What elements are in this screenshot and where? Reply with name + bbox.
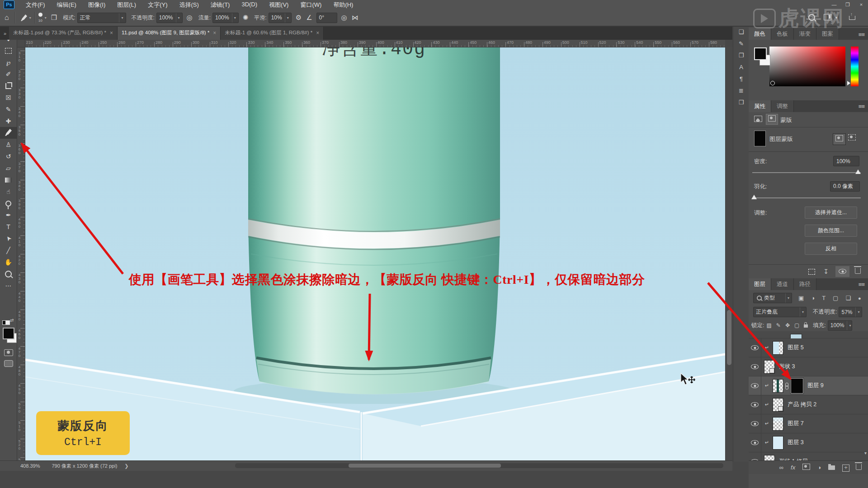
layer-filter-select[interactable]: 类型▾ xyxy=(753,293,792,303)
properties-panel-tab[interactable]: 属性 xyxy=(749,100,771,112)
layer-fill-select[interactable]: 100%▾ xyxy=(828,320,852,331)
document-tab[interactable]: 未标题-1 @ 60.6% (图层 1, RGB/8#) *× xyxy=(221,26,324,40)
brush-preset-icon[interactable] xyxy=(19,12,29,23)
quick-mask-icon[interactable] xyxy=(4,349,13,356)
filter-smart-objects-icon[interactable]: ❏ xyxy=(845,295,851,301)
layer-mask-thumbnail[interactable] xyxy=(791,378,803,394)
canvas[interactable]: 净含量:40g 使用【画笔工具】选择黑色涂抹擦除暗边，【蒙版反向 快捷键：Ctr… xyxy=(25,47,725,460)
menu-item[interactable]: 选择(S) xyxy=(173,1,204,9)
layers-panel-menu-icon[interactable]: ≡≡ xyxy=(859,281,864,288)
hand-tool[interactable]: ✋ xyxy=(0,256,17,268)
foreground-color-swatch[interactable] xyxy=(3,328,14,339)
layer-thumbnail[interactable] xyxy=(773,341,783,355)
default-colors-icon[interactable] xyxy=(2,319,10,327)
layer-style-icon[interactable]: fx xyxy=(791,464,795,471)
new-group-icon[interactable] xyxy=(828,464,835,472)
menu-item[interactable]: 图像(I) xyxy=(82,1,111,9)
horizontal-scrollbar-thumb[interactable] xyxy=(349,464,501,468)
brush-angle-input[interactable]: 0° xyxy=(316,13,337,23)
chevron-down-icon[interactable]: ▾ xyxy=(29,16,31,20)
panel-paragraph[interactable]: ¶ xyxy=(733,73,749,84)
minimize-button[interactable]: — xyxy=(827,0,841,9)
tab-overflow-icon[interactable]: » xyxy=(0,31,9,40)
layer-row[interactable]: ↵图层 3 xyxy=(749,433,868,452)
layer-visibility-toggle[interactable] xyxy=(749,395,761,414)
layer-visibility-toggle[interactable] xyxy=(749,338,761,357)
layer-row[interactable]: 形状 1 拷贝 xyxy=(749,452,868,460)
filter-adjustment-layers-icon[interactable]: ◑ xyxy=(811,295,815,301)
panel-brush-settings[interactable]: ✎ xyxy=(733,38,749,49)
tab-close-icon[interactable]: × xyxy=(110,30,113,36)
lock-image-icon[interactable]: ✎ xyxy=(776,322,781,328)
layer-mask-thumbnail[interactable] xyxy=(754,131,766,146)
layer-thumbnail[interactable] xyxy=(773,398,783,412)
filter-type-layers-icon[interactable]: T xyxy=(822,295,826,301)
edit-toolbar[interactable]: ⋯ xyxy=(0,280,17,291)
density-slider[interactable] xyxy=(752,172,861,173)
mask-visibility-icon[interactable] xyxy=(835,266,849,277)
layer-opacity-select[interactable]: 57%▾ xyxy=(839,307,862,317)
zoom-level[interactable]: 408.39% xyxy=(20,463,40,469)
workspace-icon[interactable] xyxy=(824,14,831,22)
menu-item[interactable]: 视图(V) xyxy=(263,1,294,9)
layers-panel-tab[interactable]: 图层 xyxy=(749,278,771,290)
screen-mode-icon[interactable] xyxy=(4,360,13,367)
delete-layer-icon[interactable] xyxy=(856,464,862,472)
mask-properties-icon[interactable] xyxy=(766,114,778,125)
layer-visibility-toggle[interactable] xyxy=(749,452,761,460)
zoom-tool[interactable] xyxy=(0,268,17,280)
hue-slider-pointer[interactable] xyxy=(847,81,850,85)
pixel-layer-icon[interactable] xyxy=(754,116,762,124)
layer-row[interactable]: ↵图层 7 xyxy=(749,414,868,433)
ruler-origin[interactable] xyxy=(17,40,25,47)
smoothing-select[interactable]: 10%▾ xyxy=(269,13,292,23)
horizontal-type-tool[interactable]: T xyxy=(0,221,17,233)
color-range-button[interactable]: 颜色范围... xyxy=(805,225,857,237)
history-brush-tool[interactable]: ↺ xyxy=(0,150,17,162)
layer-visibility-toggle[interactable] xyxy=(749,433,761,452)
rectangular-marquee-tool[interactable] xyxy=(0,45,17,56)
airbrush-icon[interactable]: ✺ xyxy=(243,14,249,22)
vertical-scrollbar-thumb[interactable] xyxy=(727,310,731,365)
frame-tool[interactable]: ☒ xyxy=(0,92,17,103)
add-layer-mask-icon[interactable] xyxy=(802,464,810,472)
layer-thumbnail[interactable] xyxy=(773,417,783,431)
layer-visibility-toggle[interactable] xyxy=(749,376,761,395)
select-mask-icon[interactable] xyxy=(833,133,846,145)
horizontal-scrollbar[interactable] xyxy=(235,463,723,468)
lock-all-icon[interactable] xyxy=(804,321,808,329)
horizontal-ruler[interactable]: 2102202302402502602702802903003103203303… xyxy=(25,40,725,47)
eyedropper-tool[interactable]: ✎ xyxy=(0,103,17,115)
density-value[interactable]: 100% xyxy=(833,156,859,166)
eraser-tool[interactable]: ▱ xyxy=(0,162,17,174)
menu-item[interactable]: 编辑(E) xyxy=(51,1,82,9)
apply-mask-icon[interactable]: ↧ xyxy=(823,268,829,275)
panel-libraries[interactable]: ❒ xyxy=(733,96,749,108)
layer-row[interactable]: ↵产品 拷贝 2 xyxy=(749,395,868,414)
color-panel-tab[interactable]: 颜色 xyxy=(749,28,771,40)
panel-clone-source[interactable]: ❐ xyxy=(733,49,749,61)
menu-item[interactable]: 3D(D) xyxy=(236,1,263,9)
layer-thumbnail[interactable] xyxy=(764,360,775,374)
layer-thumbnail[interactable] xyxy=(764,455,775,461)
new-layer-icon[interactable]: + xyxy=(842,463,849,472)
properties-panel-menu-icon[interactable]: ≡≡ xyxy=(859,103,864,110)
layer-blend-mode-select[interactable]: 正片叠底▾ xyxy=(753,307,807,317)
delete-mask-icon[interactable] xyxy=(855,267,861,276)
lock-transparency-icon[interactable]: ▨ xyxy=(766,322,771,328)
color-panel-tab[interactable]: 渐变 xyxy=(794,28,816,40)
clone-stamp-tool[interactable]: ♙ xyxy=(0,139,17,150)
spot-healing-brush-tool[interactable]: ✚ xyxy=(0,115,17,127)
share-icon[interactable] xyxy=(849,14,855,21)
home-icon[interactable]: ⌂ xyxy=(5,14,9,22)
menu-item[interactable]: 帮助(H) xyxy=(327,1,359,9)
smudge-tool[interactable]: ☝ xyxy=(0,186,17,197)
layer-row[interactable]: ↵图层 5 xyxy=(749,338,868,357)
chevron-down-icon[interactable]: ▾ xyxy=(45,16,47,20)
load-selection-from-mask-icon[interactable] xyxy=(808,269,815,275)
panel-glyphs[interactable]: ≣ xyxy=(733,84,749,96)
path-selection-tool[interactable]: ➤ xyxy=(0,233,17,244)
brush-settings-panel-icon[interactable]: ❒ xyxy=(51,14,57,22)
tab-close-icon[interactable]: × xyxy=(213,30,216,36)
tab-close-icon[interactable]: × xyxy=(316,30,319,36)
